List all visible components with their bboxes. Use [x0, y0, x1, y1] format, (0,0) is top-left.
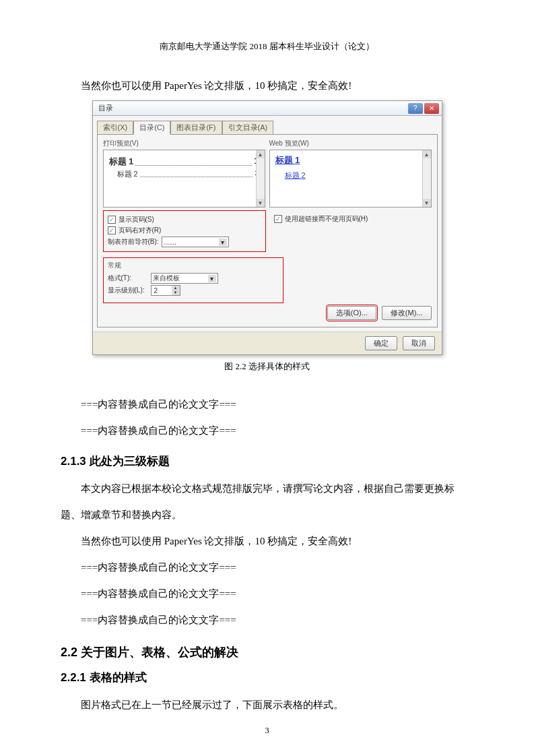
format-combo[interactable]: 来自模板 ▾ [151, 273, 218, 284]
chevron-up-icon[interactable]: ▲ [172, 286, 180, 290]
web-h1-link[interactable]: 标题 1 [275, 154, 426, 166]
tab-ref-toc[interactable]: 引文目录(A) [222, 121, 274, 135]
tab-figure-toc[interactable]: 图表目录(F) [170, 121, 222, 135]
levels-label: 显示级别(L): [108, 286, 148, 295]
dialog-title: 目录 [96, 103, 113, 113]
intro-text-2: 当然你也可以使用 PaperYes 论文排版，10 秒搞定，安全高效! [61, 528, 473, 555]
preview-scrollbar[interactable]: ▲ ▼ [256, 150, 265, 207]
placeholder-line: ===内容替换成自己的论文文字=== [61, 581, 473, 607]
checkbox-show-page[interactable]: ✓ [108, 216, 116, 224]
checkbox-right-align[interactable]: ✓ [108, 226, 116, 234]
chevron-up-icon[interactable]: ▲ [423, 150, 431, 158]
web-preview: 标题 1 标题 2 ▲ ▼ [269, 150, 432, 208]
print-preview-label: 打印预览(V) [103, 139, 265, 148]
body-paragraph: 本文内容已根据本校论文格式规范排版完毕，请撰写论文内容，根据自己需要更换标题、增… [61, 476, 473, 528]
help-icon[interactable]: ? [408, 103, 423, 114]
chevron-down-icon[interactable]: ▼ [423, 199, 431, 207]
format-label: 格式(T): [108, 274, 148, 283]
print-preview: 标题 1 1 标题 2 3 ▲ ▼ [103, 150, 265, 208]
tab-index[interactable]: 索引(X) [97, 121, 134, 135]
checkbox-hyperlink[interactable]: ✓ [274, 215, 282, 223]
placeholder-line: ===内容替换成自己的论文文字=== [61, 418, 473, 444]
general-group: 常规 格式(T): 来自模板 ▾ 显示级别(L): 2 ▲ ▼ [103, 257, 283, 303]
web-h2-link[interactable]: 标题 2 [275, 170, 426, 181]
leader-combo[interactable]: ....... ▾ [162, 237, 229, 247]
modify-button[interactable]: 修改(M)... [382, 306, 432, 320]
web-preview-scrollbar[interactable]: ▲ ▼ [422, 150, 431, 207]
tab-panel-toc: 打印预览(V) 标题 1 1 标题 2 3 ▲ [97, 134, 438, 327]
options-button[interactable]: 选项(O)... [327, 306, 376, 320]
ok-button[interactable]: 确定 [365, 336, 397, 350]
leader-label: 制表符前导符(B): [108, 237, 159, 247]
levels-value: 2 [152, 286, 172, 295]
heading-2-2: 2.2 关于图片、表格、公式的解决 [61, 644, 473, 660]
chevron-down-icon[interactable]: ▼ [172, 290, 180, 295]
cancel-button[interactable]: 取消 [403, 336, 435, 350]
placeholder-line: ===内容替换成自己的论文文字=== [61, 555, 473, 581]
chevron-up-icon[interactable]: ▲ [257, 150, 265, 158]
chevron-down-icon[interactable]: ▼ [257, 199, 265, 207]
show-page-label: 显示页码(S) [119, 215, 154, 224]
leader-value: ....... [164, 239, 176, 246]
page-header-running-title: 南京邮电大学通达学院 2018 届本科生毕业设计（论文） [61, 40, 473, 53]
levels-spinbox[interactable]: 2 ▲ ▼ [151, 285, 180, 296]
page-number: 3 [0, 725, 534, 736]
placeholder-line: ===内容替换成自己的论文文字=== [61, 607, 473, 633]
web-preview-label: Web 预览(W) [269, 139, 432, 148]
format-value: 来自模板 [153, 274, 180, 283]
body-paragraph: 图片格式已在上一节已经展示过了，下面展示表格的样式。 [61, 692, 473, 718]
hyperlink-label: 使用超链接而不使用页码(H) [285, 214, 368, 224]
toc-dialog: 目录 ? ✕ 索引(X) 目录(C) 图表目录(F) 引文目录(A) 打印预览(… [92, 100, 442, 355]
dialog-body: 索引(X) 目录(C) 图表目录(F) 引文目录(A) 打印预览(V) 标题 1… [93, 116, 442, 332]
general-group-title: 常规 [108, 261, 279, 270]
toc-h2-text: 标题 2 [117, 169, 138, 179]
dialog-titlebar: 目录 ? ✕ [93, 101, 442, 116]
heading-2-1-3: 2.1.3 此处为三级标题 [61, 453, 473, 469]
placeholder-line: ===内容替换成自己的论文文字=== [61, 391, 473, 418]
intro-text: 当然你也可以使用 PaperYes 论文排版，10 秒搞定，安全高效! [61, 80, 473, 92]
close-icon[interactable]: ✕ [424, 103, 439, 114]
heading-2-2-1: 2.2.1 表格的样式 [61, 670, 473, 685]
chevron-down-icon[interactable]: ▾ [219, 239, 227, 246]
figure-caption: 图 2.2 选择具体的样式 [61, 360, 473, 373]
chevron-down-icon[interactable]: ▾ [208, 275, 216, 282]
toc-h1-text: 标题 1 [109, 156, 134, 168]
right-align-label: 页码右对齐(R) [119, 226, 162, 235]
tab-toc[interactable]: 目录(C) [133, 121, 170, 135]
page-number-options-group: ✓ 显示页码(S) ✓ 页码右对齐(R) 制表符前导符(B): ....... … [103, 210, 266, 252]
